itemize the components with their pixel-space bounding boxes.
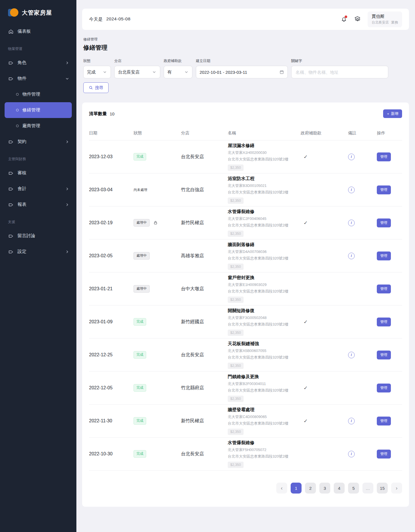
status-badge: 處理中 (134, 285, 150, 293)
status-badge: 完成 (134, 318, 146, 326)
table-row: 2023-01-21 處理中 台中大墩店 窗戶密封更換 北大管家E1H00903… (89, 272, 402, 305)
row-price-tag: $2,350 (228, 231, 244, 237)
chevron-right-icon (65, 187, 70, 191)
row-code: 北大管家B3D00105021 (228, 183, 301, 188)
pagination-ellipsis[interactable]: … (362, 483, 373, 494)
sidebar-item-label: 物件 (18, 76, 26, 82)
table-row: 2023-02-05 處理中 高雄苓雅店 牆面剝落修繕 北大管家D4A00708… (89, 239, 402, 272)
status-filter-label: 狀態 (83, 59, 111, 63)
sidebar-item-properties[interactable]: 物件 (5, 71, 72, 86)
list-count-value: 10 (110, 111, 115, 116)
brand: 大管家房屋 (5, 6, 72, 19)
brand-name: 大管家房屋 (22, 9, 52, 17)
keyword-input[interactable] (291, 66, 388, 78)
subsidy-select[interactable]: 有 (164, 66, 192, 78)
manage-button[interactable]: 管理 (377, 252, 391, 260)
sidebar-item-dashboard[interactable]: 儀表板 (5, 24, 72, 39)
sidebar-item-review[interactable]: 審核 (5, 165, 72, 181)
breadcrumb: 修繕管理 (83, 37, 409, 42)
search-button[interactable]: 搜尋 (83, 82, 109, 93)
sidebar-item-vendor-mgmt[interactable]: 廠商管理 (5, 118, 72, 134)
row-code: 北大管家B2F00304011 (228, 381, 301, 386)
manage-button[interactable]: 管理 (377, 318, 391, 326)
info-icon[interactable]: i (348, 187, 355, 193)
lock-icon (153, 220, 158, 225)
user-menu[interactable]: 賈伯斯 台北長安店 業務 (368, 11, 402, 27)
info-icon[interactable]: i (348, 220, 355, 226)
sidebar-item-contracts[interactable]: 契約 (5, 134, 72, 150)
tag-icon (8, 233, 14, 239)
pagination-page-2[interactable]: 2 (305, 483, 316, 494)
row-address: 台北市大安區忠孝東路四段320號2樓 (228, 355, 301, 360)
row-name: 天花板裂縫補強 (228, 341, 301, 347)
sidebar-item-roles[interactable]: 角色 (5, 55, 72, 71)
pagination-page-4[interactable]: 4 (334, 483, 345, 494)
row-address: 台北市大安區忠孝東路四段320號2樓 (228, 157, 301, 162)
manage-button[interactable]: 管理 (377, 218, 391, 227)
row-store: 新竹經國店 (181, 319, 228, 325)
sidebar-item-property-mgmt[interactable]: 物件管理 (5, 86, 72, 102)
info-icon[interactable]: i (348, 352, 355, 358)
today-value: 2024-05-08 (106, 16, 130, 22)
add-button[interactable]: + 新增 (383, 109, 402, 118)
tag-icon (8, 186, 14, 192)
bullet-circle-icon (16, 109, 19, 111)
manage-button[interactable]: 管理 (377, 450, 391, 459)
pagination: ‹ 1 2 3 4 5 … 15 › (89, 483, 402, 494)
manage-button[interactable]: 管理 (377, 185, 391, 194)
manage-button[interactable]: 管理 (377, 351, 391, 359)
row-date: 2023-01-21 (89, 286, 134, 291)
pagination-page-3[interactable]: 3 (319, 483, 330, 494)
table-row: 2022-11-30 完成 新竹民權店 牆壁發霉處理 北大管家C4D008090… (89, 405, 402, 438)
status-select-value: 完成 (87, 69, 100, 75)
gear-icon[interactable] (354, 16, 361, 23)
info-icon[interactable]: i (348, 451, 355, 457)
branch-select[interactable]: 台北長安店 (114, 66, 160, 78)
pagination-next-button[interactable]: › (391, 483, 402, 494)
pagination-page-15[interactable]: 15 (377, 483, 388, 494)
row-code: 北大管家E1H00903029 (228, 282, 301, 287)
sidebar-item-discussion[interactable]: 留言討論 (5, 228, 72, 244)
row-address: 台北市大安區忠孝東路四段320號2樓 (228, 190, 301, 195)
sidebar-item-reports[interactable]: 報表 (5, 197, 72, 212)
info-icon[interactable]: i (348, 154, 355, 160)
manage-button[interactable]: 管理 (377, 417, 391, 425)
branch-select-value: 台北長安店 (118, 69, 150, 75)
sidebar-item-settings[interactable]: 設定 (5, 244, 72, 260)
chevron-down-icon (65, 76, 70, 81)
user-branch: 台北長安店 (372, 20, 389, 25)
info-icon[interactable]: i (348, 418, 355, 424)
pagination-prev-button[interactable]: ‹ (276, 483, 287, 494)
manage-button[interactable]: 管理 (377, 384, 391, 392)
row-address: 台北市大安區忠孝東路四段320號2樓 (228, 256, 301, 261)
status-badge: 完成 (134, 417, 146, 425)
sidebar-subitem-label: 修繕管理 (22, 107, 40, 113)
sidebar-item-repair-mgmt[interactable]: 修繕管理 (5, 102, 72, 118)
info-icon[interactable]: i (348, 253, 355, 259)
status-badge: 處理中 (134, 219, 150, 227)
today-label: 今天是 (89, 16, 103, 22)
chevron-down-icon (184, 70, 189, 74)
row-code: 北大管家C4D00809065 (228, 414, 301, 419)
chevron-right-icon (65, 249, 70, 254)
table-row: 2023-02-19 處理中 新竹民權店 水管爆裂維修 北大管家C2F00406… (89, 206, 402, 239)
list-count-label: 清單數量 (89, 111, 107, 117)
sidebar-item-accounting[interactable]: 會計 (5, 181, 72, 197)
row-date: 2023-03-04 (89, 187, 134, 192)
manage-button[interactable]: 管理 (377, 152, 391, 161)
bullet-circle-icon (16, 125, 19, 127)
status-select[interactable]: 完成 (83, 66, 111, 78)
chevron-down-icon (152, 70, 157, 74)
col-header-subsidy: 政府補助款 (301, 130, 348, 136)
user-name: 賈伯斯 (372, 14, 398, 19)
notification-bell-icon[interactable] (340, 16, 348, 23)
check-icon: ✓ (301, 418, 308, 424)
row-name: 水管爆裂維修 (228, 209, 301, 215)
col-header-store: 分店 (181, 130, 228, 136)
pagination-page-1[interactable]: 1 (291, 483, 302, 494)
date-range-picker[interactable]: 2022-10-01 - 2023-03-11 (196, 66, 288, 78)
row-price-tag: $2,350 (228, 165, 244, 171)
table-header: 日期 狀態 分店 名稱 政府補助款 備註 操作 (89, 126, 402, 140)
pagination-page-5[interactable]: 5 (348, 483, 359, 494)
manage-button[interactable]: 管理 (377, 285, 391, 293)
